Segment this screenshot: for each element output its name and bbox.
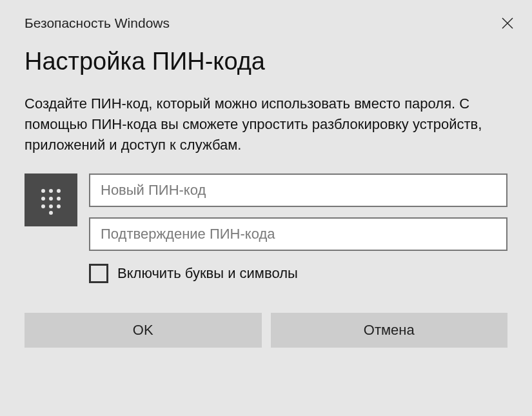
windows-security-dialog: Безопасность Windows Настройка ПИН-кода …	[0, 0, 532, 416]
cancel-button[interactable]: Отмена	[271, 313, 508, 348]
symbols-checkbox-label: Включить буквы и символы	[117, 265, 298, 282]
svg-point-11	[49, 211, 53, 215]
confirm-pin-input[interactable]	[89, 217, 507, 251]
svg-point-4	[57, 189, 61, 193]
close-button[interactable]	[496, 12, 519, 35]
symbols-checkbox[interactable]	[89, 264, 108, 283]
svg-point-8	[41, 204, 45, 208]
button-row: OK Отмена	[0, 283, 532, 348]
svg-point-5	[41, 197, 45, 201]
svg-point-3	[49, 189, 53, 193]
svg-point-10	[57, 204, 61, 208]
titlebar: Безопасность Windows	[0, 0, 532, 41]
close-icon	[501, 17, 514, 30]
pin-section	[0, 173, 532, 251]
svg-point-2	[41, 189, 45, 193]
page-title: Настройка ПИН-кода	[0, 41, 532, 94]
new-pin-input[interactable]	[89, 173, 507, 207]
pin-fields	[89, 173, 507, 251]
keypad-icon	[25, 173, 77, 226]
svg-point-6	[49, 197, 53, 201]
titlebar-label: Безопасность Windows	[25, 15, 170, 31]
ok-button[interactable]: OK	[25, 313, 262, 348]
symbols-checkbox-row: Включить буквы и символы	[0, 251, 532, 283]
svg-point-7	[57, 197, 61, 201]
svg-point-9	[49, 204, 53, 208]
page-description: Создайте ПИН-код, который можно использо…	[0, 94, 532, 173]
